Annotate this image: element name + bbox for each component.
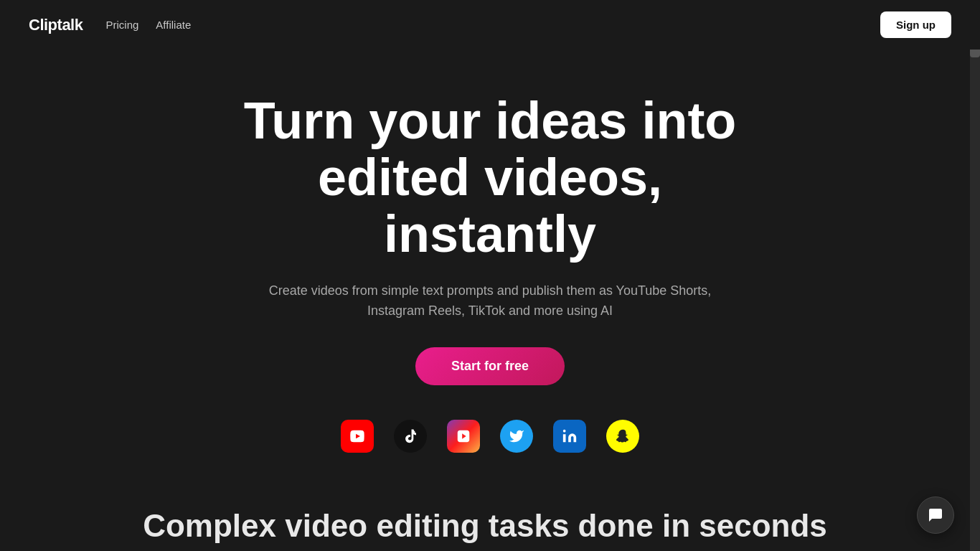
- snapchat-icon[interactable]: [606, 420, 639, 453]
- logo[interactable]: Cliptalk: [29, 16, 83, 34]
- instagram-tv-icon[interactable]: [447, 420, 480, 453]
- hero-title: Turn your ideas into edited videos, inst…: [210, 93, 770, 263]
- social-icons: [341, 420, 639, 453]
- navbar: Cliptalk Pricing Affiliate Sign up: [0, 0, 980, 50]
- hero-section: Turn your ideas into edited videos, inst…: [0, 50, 980, 503]
- nav-link-pricing[interactable]: Pricing: [105, 19, 138, 31]
- bottom-title: Complex video editing tasks done in seco…: [143, 508, 827, 544]
- linkedin-icon[interactable]: [553, 420, 586, 453]
- hero-subtitle: Create videos from simple text prompts a…: [260, 281, 720, 322]
- bottom-section: Complex video editing tasks done in seco…: [0, 494, 970, 551]
- signup-button[interactable]: Sign up: [880, 11, 951, 38]
- twitter-icon[interactable]: [500, 420, 533, 453]
- cta-button[interactable]: Start for free: [415, 347, 565, 385]
- nav-links: Pricing Affiliate: [105, 19, 191, 31]
- navbar-left: Cliptalk Pricing Affiliate: [29, 16, 191, 34]
- svg-point-0: [563, 430, 566, 433]
- youtube-icon[interactable]: [341, 420, 374, 453]
- tiktok-icon[interactable]: [394, 420, 427, 453]
- chat-button[interactable]: [917, 496, 954, 534]
- scrollbar[interactable]: [970, 0, 980, 551]
- nav-link-affiliate[interactable]: Affiliate: [156, 19, 191, 31]
